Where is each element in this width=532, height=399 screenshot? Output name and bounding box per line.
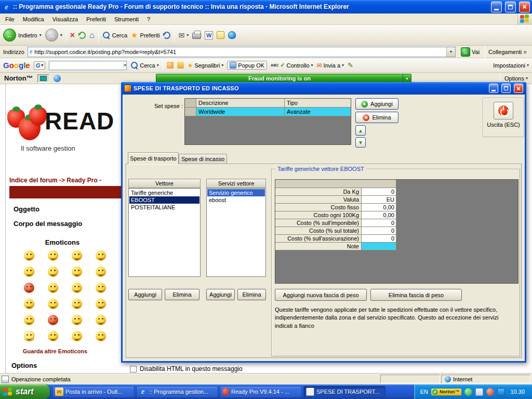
menu-strumenti[interactable]: Strumenti bbox=[110, 15, 143, 24]
browser-titlebar[interactable]: e :: Programma gestionale Ready Pro - Fo… bbox=[0, 0, 532, 14]
google-search-input[interactable] bbox=[49, 62, 123, 69]
spellcheck-button[interactable]: ABC ✓ Controllo ▾ bbox=[271, 62, 313, 69]
antivirus-tray-icon[interactable] bbox=[464, 388, 472, 396]
home-button[interactable]: ⌂ bbox=[89, 31, 95, 39]
emoticon[interactable] bbox=[48, 315, 58, 325]
servizi-item-selected[interactable]: Servizio generico bbox=[207, 189, 265, 196]
delete-set-button[interactable]: × Elimina bbox=[355, 112, 398, 123]
tariffe-value[interactable]: 0 bbox=[362, 219, 396, 227]
emoticon[interactable] bbox=[72, 267, 82, 277]
links-button[interactable]: Collegamenti » bbox=[488, 48, 529, 56]
note-cell[interactable] bbox=[362, 243, 396, 250]
menu-visualizza[interactable]: Visualizza bbox=[48, 15, 82, 24]
emoticon[interactable] bbox=[96, 331, 106, 341]
tariffe-value[interactable]: 0,00 bbox=[362, 211, 396, 219]
cell-descrizione[interactable]: Worldwide bbox=[196, 108, 285, 116]
address-input-box[interactable]: e ▾ bbox=[28, 47, 456, 57]
menu-preferiti[interactable]: Preferiti bbox=[82, 15, 110, 24]
google-menu-button[interactable]: G▾ bbox=[34, 61, 46, 70]
forward-button[interactable]: → ▾ bbox=[45, 29, 62, 42]
task-ie-forum[interactable]: e :: Programma gestion... bbox=[136, 386, 218, 398]
emoticon[interactable] bbox=[48, 283, 58, 293]
vettore-item[interactable]: POSTEITALIANE bbox=[129, 204, 200, 211]
dialog-titlebar[interactable]: SPESE DI TRASPORTO ED INCASSO × bbox=[123, 82, 525, 95]
pencil-icon[interactable]: ✎ bbox=[348, 61, 353, 69]
refresh-button[interactable] bbox=[78, 32, 86, 39]
address-input[interactable] bbox=[34, 48, 444, 56]
set-spese-row[interactable]: Worldwide Avanzate bbox=[185, 108, 351, 116]
highlighter-icon[interactable] bbox=[177, 62, 184, 69]
emoticon[interactable] bbox=[96, 250, 106, 261]
servizi-list[interactable]: Servizio generico eboost bbox=[206, 188, 266, 277]
disable-html-checkbox[interactable] bbox=[130, 366, 137, 373]
emoticon[interactable] bbox=[72, 299, 82, 309]
search-button[interactable]: Cerca bbox=[102, 31, 127, 39]
dialog-maximize-button[interactable] bbox=[501, 84, 511, 93]
vettore-item[interactable]: Tariffe generiche bbox=[129, 189, 200, 196]
tariffe-value[interactable]: 0 bbox=[362, 188, 396, 196]
word-edit-button[interactable]: W bbox=[205, 31, 213, 39]
tariffe-value[interactable]: 0 bbox=[362, 235, 396, 243]
emoticon[interactable] bbox=[24, 283, 34, 293]
more-emoticons-link[interactable]: Guarda altre Emoticons bbox=[23, 348, 87, 354]
bookmarks-button[interactable]: ★ Segnalibri ▾ bbox=[188, 62, 224, 69]
emoticon[interactable] bbox=[96, 267, 106, 277]
start-button[interactable]: start bbox=[0, 384, 50, 399]
language-indicator[interactable]: EN bbox=[420, 389, 428, 395]
cell-tipo[interactable]: Avanzate bbox=[285, 108, 351, 116]
emoticon[interactable] bbox=[96, 283, 106, 293]
task-readypro[interactable]: Ready Pro V9.4.14 - ... bbox=[220, 386, 302, 398]
tab-spese-trasporto[interactable]: Spese di trasporto bbox=[128, 152, 179, 164]
emoticon[interactable] bbox=[24, 250, 34, 261]
maximize-button[interactable] bbox=[505, 2, 516, 12]
google-search-button[interactable]: Cerca ▾ bbox=[130, 61, 158, 69]
emoticon[interactable] bbox=[72, 250, 82, 261]
emoticon[interactable] bbox=[72, 283, 82, 293]
breadcrumb[interactable]: Indice del forum -> Ready Pro - bbox=[9, 177, 101, 184]
norton-monitor-button[interactable] bbox=[37, 74, 49, 83]
favorites-button[interactable]: ★ Preferiti bbox=[131, 31, 159, 40]
alert-tray-icon[interactable] bbox=[486, 388, 494, 396]
print-button[interactable] bbox=[192, 33, 201, 39]
back-dropdown-icon[interactable]: ▾ bbox=[39, 33, 42, 37]
task-outlook[interactable]: ✉ Posta in arrivo - Outl... bbox=[52, 386, 135, 398]
emoticon[interactable] bbox=[48, 267, 58, 277]
back-button[interactable]: ← Indietro ▾ bbox=[3, 29, 42, 42]
menu-help[interactable]: ? bbox=[143, 15, 154, 24]
move-up-button[interactable]: ▲ bbox=[355, 125, 366, 136]
popup-blocker-button[interactable]: Popup OK bbox=[227, 61, 267, 70]
emoticon[interactable] bbox=[24, 315, 34, 325]
add-set-button[interactable]: + Aggiungi bbox=[355, 98, 398, 110]
norton-options-button[interactable]: Options ▾ bbox=[504, 75, 528, 82]
tariffe-value[interactable]: 0 bbox=[362, 227, 396, 235]
norton-brand[interactable]: Norton™ bbox=[4, 74, 33, 82]
emoticon[interactable] bbox=[96, 315, 106, 325]
emoticon[interactable] bbox=[48, 331, 58, 341]
menu-file[interactable]: File bbox=[1, 15, 19, 24]
address-dropdown[interactable]: ▾ bbox=[446, 47, 455, 57]
servizi-item[interactable]: eboost bbox=[207, 196, 265, 204]
tab-spese-incasso[interactable]: Spese di incasso bbox=[179, 154, 227, 164]
keyboard-tray-icon[interactable] bbox=[475, 388, 483, 396]
task-spese-dialog[interactable]: SPESE DI TRASPORT... bbox=[303, 386, 385, 398]
exit-button[interactable] bbox=[494, 102, 513, 119]
display-tray-icon[interactable] bbox=[497, 388, 505, 396]
add-weight-band-button[interactable]: Aggiungi nuova fascia di peso bbox=[275, 289, 367, 301]
send-to-button[interactable]: ✉ Invia a ▾ bbox=[317, 62, 344, 69]
messenger-button[interactable] bbox=[228, 31, 236, 39]
emoticon[interactable] bbox=[48, 299, 58, 309]
emoticon[interactable] bbox=[48, 250, 58, 261]
dialog-minimize-button[interactable] bbox=[489, 84, 498, 93]
vettore-add-button[interactable]: Aggiungi bbox=[128, 289, 162, 300]
google-search-box[interactable]: ▾ bbox=[49, 61, 127, 70]
pagerank-icon[interactable] bbox=[167, 62, 174, 69]
fraud-dropdown-icon[interactable]: ▾ bbox=[403, 74, 411, 83]
vettore-list[interactable]: Tariffe generiche EBOOST POSTEITALIANE bbox=[128, 188, 201, 277]
history-button[interactable] bbox=[163, 32, 170, 39]
close-button[interactable]: × bbox=[519, 2, 530, 12]
google-search-dropdown[interactable]: ▾ bbox=[123, 63, 126, 68]
delete-weight-band-button[interactable]: Elimina fascia di peso bbox=[370, 289, 462, 301]
forward-dropdown-icon[interactable]: ▾ bbox=[60, 33, 62, 37]
vettore-item-selected[interactable]: EBOOST bbox=[129, 196, 200, 204]
vettore-delete-button[interactable]: Elimina bbox=[165, 289, 200, 300]
